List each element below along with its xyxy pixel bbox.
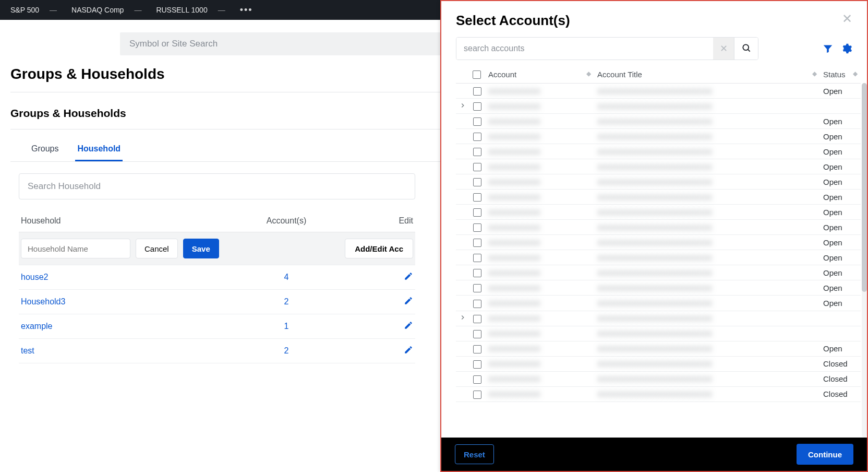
expand-toggle xyxy=(456,174,469,190)
household-link[interactable]: Household3 xyxy=(21,297,65,306)
row-checkbox[interactable] xyxy=(469,99,485,114)
status-cell: Open xyxy=(820,280,861,296)
table-row: XXXXXXXXXXXXXXXXXXXXXXXXXXXXXXXXOpen xyxy=(456,84,861,99)
row-checkbox[interactable] xyxy=(469,190,485,205)
account-title: XXXXXXXXXXXXXXXXXXXXXX xyxy=(597,344,712,353)
household-link[interactable]: test xyxy=(21,346,34,355)
account-number: XXXXXXXXXX xyxy=(488,374,540,383)
close-icon[interactable]: ✕ xyxy=(842,13,852,25)
account-number: XXXXXXXXXX xyxy=(488,284,540,292)
table-row: Household32 xyxy=(19,290,415,314)
table-row: XXXXXXXXXXXXXXXXXXXXXXXXXXXXXXXXOpen xyxy=(456,144,861,159)
row-checkbox[interactable] xyxy=(469,220,485,235)
site-search-input[interactable] xyxy=(120,32,485,55)
account-number: XXXXXXXXXX xyxy=(488,390,540,398)
clear-search-icon[interactable]: ✕ xyxy=(713,38,734,60)
row-checkbox[interactable] xyxy=(469,356,485,371)
add-edit-accounts-button[interactable]: Add/Edit Acc xyxy=(345,239,413,258)
row-checkbox[interactable] xyxy=(469,129,485,144)
accounts-count-link[interactable]: 2 xyxy=(284,297,289,306)
household-search-input[interactable] xyxy=(19,173,415,199)
account-number: XXXXXXXXXX xyxy=(488,253,540,262)
select-accounts-modal: Select Account(s) ✕ ✕ Accou xyxy=(440,0,868,472)
col-account-title[interactable]: Account Title◆ xyxy=(594,65,820,84)
table-row: XXXXXXXXXXXXXXXXXXXXXXXXXXXXXXXXOpen xyxy=(456,265,861,280)
row-checkbox[interactable] xyxy=(469,386,485,402)
expand-toggle xyxy=(456,250,469,265)
filter-icon[interactable] xyxy=(822,43,834,54)
row-checkbox[interactable] xyxy=(469,296,485,311)
table-row: XXXXXXXXXXXXXXXXXXXXXXXXXXXXXXXXOpen xyxy=(456,280,861,296)
row-checkbox[interactable] xyxy=(469,235,485,250)
expand-toggle xyxy=(456,265,469,280)
account-search-input[interactable] xyxy=(456,38,713,60)
accounts-count-link[interactable]: 4 xyxy=(284,273,289,281)
expand-toggle xyxy=(456,114,469,129)
scrollbar-thumb[interactable] xyxy=(862,83,867,292)
tab-household[interactable]: Household xyxy=(75,139,123,161)
pencil-icon[interactable] xyxy=(404,296,413,305)
reset-button[interactable]: Reset xyxy=(455,444,494,464)
row-checkbox[interactable] xyxy=(469,250,485,265)
pencil-icon[interactable] xyxy=(404,345,413,355)
continue-button[interactable]: Continue xyxy=(797,444,853,465)
pencil-icon[interactable] xyxy=(404,321,413,330)
col-household: Household xyxy=(19,211,237,232)
cancel-button[interactable]: Cancel xyxy=(136,239,178,258)
account-title: XXXXXXXXXXXXXXXXXXXXXX xyxy=(597,132,712,141)
household-name-input[interactable] xyxy=(21,239,130,258)
scrollbar-track[interactable] xyxy=(862,83,867,438)
row-checkbox[interactable] xyxy=(469,84,485,99)
account-title: XXXXXXXXXXXXXXXXXXXXXX xyxy=(597,193,712,202)
account-number: XXXXXXXXXX xyxy=(488,314,540,323)
expand-toggle xyxy=(456,205,469,220)
row-checkbox[interactable] xyxy=(469,144,485,159)
ticker-label: S&P 500 xyxy=(10,6,39,14)
accounts-count-link[interactable]: 2 xyxy=(284,346,289,355)
row-checkbox[interactable] xyxy=(469,326,485,341)
account-title: XXXXXXXXXXXXXXXXXXXXXX xyxy=(597,102,712,111)
ticker-label: RUSSELL 1000 xyxy=(156,6,207,14)
table-row: XXXXXXXXXXXXXXXXXXXXXXXXXXXXXXXXOpen xyxy=(456,174,861,190)
household-editor-row: Cancel Save Add/Edit Acc xyxy=(19,232,415,265)
expand-toggle xyxy=(456,235,469,250)
col-select-all[interactable] xyxy=(469,65,485,84)
row-checkbox[interactable] xyxy=(469,265,485,280)
expand-toggle xyxy=(456,220,469,235)
household-link[interactable]: house2 xyxy=(21,273,49,281)
more-tickers-icon[interactable]: ••• xyxy=(240,5,253,16)
ticker-nasdaq[interactable]: NASDAQ Comp — xyxy=(71,6,141,14)
expand-toggle xyxy=(456,144,469,159)
table-row: XXXXXXXXXXXXXXXXXXXXXXXXXXXXXXXXOpen xyxy=(456,296,861,311)
accounts-count-link[interactable]: 1 xyxy=(284,322,289,331)
expand-toggle[interactable] xyxy=(456,99,469,114)
row-checkbox[interactable] xyxy=(469,371,485,386)
tab-groups[interactable]: Groups xyxy=(29,139,61,161)
gear-icon[interactable] xyxy=(841,43,852,54)
ticker-russell[interactable]: RUSSELL 1000 — xyxy=(156,6,225,14)
row-checkbox[interactable] xyxy=(469,341,485,356)
status-cell: Open xyxy=(820,296,861,311)
ticker-sp500[interactable]: S&P 500 — xyxy=(10,6,57,14)
pencil-icon[interactable] xyxy=(404,272,413,281)
expand-toggle[interactable] xyxy=(456,311,469,326)
row-checkbox[interactable] xyxy=(469,205,485,220)
save-button[interactable]: Save xyxy=(183,239,219,258)
row-checkbox[interactable] xyxy=(469,174,485,190)
table-row: XXXXXXXXXXXXXXXXXXXXXXXXXXXXXXXXOpen xyxy=(456,114,861,129)
status-cell: Open xyxy=(820,235,861,250)
account-number: XXXXXXXXXX xyxy=(488,102,540,111)
row-checkbox[interactable] xyxy=(469,159,485,174)
status-cell: Open xyxy=(820,250,861,265)
search-icon[interactable] xyxy=(734,38,758,60)
household-link[interactable]: example xyxy=(21,322,52,331)
col-status[interactable]: Status◆ xyxy=(820,65,861,84)
row-checkbox[interactable] xyxy=(469,114,485,129)
status-cell: Open xyxy=(820,190,861,205)
account-number: XXXXXXXXXX xyxy=(488,238,540,247)
row-checkbox[interactable] xyxy=(469,280,485,296)
modal-footer: Reset Continue xyxy=(441,438,867,471)
col-account[interactable]: Account◆ xyxy=(485,65,594,84)
row-checkbox[interactable] xyxy=(469,311,485,326)
account-title: XXXXXXXXXXXXXXXXXXXXXX xyxy=(597,117,712,126)
